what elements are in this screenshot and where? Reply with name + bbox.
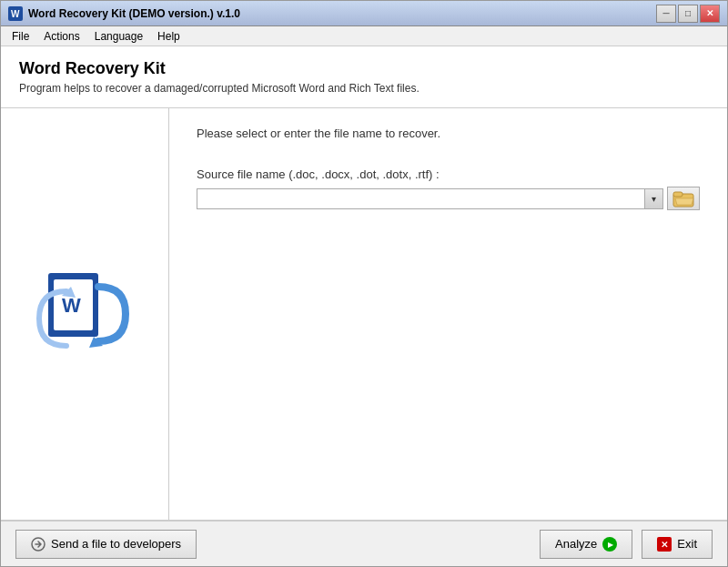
title-bar: W Word Recovery Kit (DEMO version.) v.1.… bbox=[1, 1, 727, 26]
main-content: W Please select or enter the file name t… bbox=[1, 108, 727, 521]
main-window: W Word Recovery Kit (DEMO version.) v.1.… bbox=[0, 0, 728, 567]
page-subtitle: Program helps to recover a damaged/corru… bbox=[19, 82, 709, 95]
header-section: Word Recovery Kit Program helps to recov… bbox=[1, 46, 727, 108]
title-bar-text: Word Recovery Kit (DEMO version.) v.1.0 bbox=[28, 7, 656, 20]
file-input-row: ▾ bbox=[197, 187, 700, 210]
send-icon bbox=[31, 537, 46, 552]
bottom-bar: Send a file to developers Analyze Exit bbox=[1, 521, 727, 566]
combo-dropdown-arrow[interactable]: ▾ bbox=[644, 189, 662, 208]
file-input-combo: ▾ bbox=[197, 188, 663, 209]
browse-button[interactable] bbox=[667, 187, 700, 210]
right-panel: Please select or enter the file name to … bbox=[169, 108, 727, 520]
menu-bar: File Actions Language Help bbox=[1, 26, 727, 46]
maximize-button[interactable]: □ bbox=[678, 5, 698, 23]
exit-button[interactable]: Exit bbox=[642, 530, 713, 559]
page-title: Word Recovery Kit bbox=[19, 59, 709, 78]
menu-language[interactable]: Language bbox=[87, 28, 150, 45]
svg-rect-8 bbox=[673, 192, 682, 197]
menu-file[interactable]: File bbox=[5, 28, 36, 45]
left-panel: W bbox=[1, 108, 169, 520]
send-to-developers-button[interactable]: Send a file to developers bbox=[15, 530, 197, 559]
folder-open-icon bbox=[672, 189, 694, 208]
exit-icon bbox=[657, 537, 672, 552]
window-controls: ─ □ ✕ bbox=[656, 5, 720, 23]
close-button[interactable]: ✕ bbox=[700, 5, 720, 23]
app-icon: W bbox=[8, 6, 23, 21]
menu-actions[interactable]: Actions bbox=[36, 28, 86, 45]
source-file-input[interactable] bbox=[197, 189, 644, 208]
menu-help[interactable]: Help bbox=[150, 28, 187, 45]
minimize-button[interactable]: ─ bbox=[656, 5, 676, 23]
svg-text:W: W bbox=[62, 294, 81, 317]
analyze-button[interactable]: Analyze bbox=[540, 530, 632, 559]
svg-text:W: W bbox=[11, 9, 20, 19]
word-recovery-icon: W bbox=[30, 259, 139, 369]
source-file-label: Source file name (.doc, .docx, .dot, .do… bbox=[197, 167, 700, 181]
analyze-icon bbox=[602, 537, 617, 552]
instruction-text: Please select or enter the file name to … bbox=[197, 127, 700, 140]
